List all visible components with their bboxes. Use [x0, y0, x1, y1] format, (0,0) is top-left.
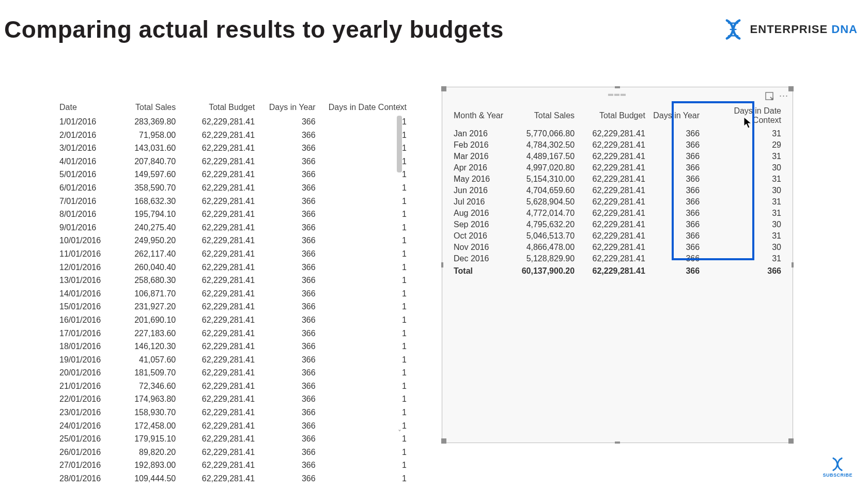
table-row[interactable]: 27/01/2016192,893.0062,229,281.413661 [58, 459, 410, 472]
total-label: Total [453, 264, 513, 277]
table-row[interactable]: 13/01/2016258,680.3062,229,281.413661 [58, 274, 410, 287]
table-row[interactable]: 11/01/2016262,117.4062,229,281.413661 [58, 247, 410, 261]
table-row[interactable]: Sep 20164,795,632.2062,229,281.4136630 [453, 219, 784, 230]
table-row[interactable]: Nov 20164,866,478.0062,229,281.4136630 [453, 242, 784, 253]
table-row[interactable]: 18/01/2016146,120.3062,229,281.413661 [58, 340, 410, 353]
resize-handle-ne[interactable] [788, 86, 794, 91]
scrollbar-thumb[interactable] [397, 116, 402, 172]
scroll-up-icon[interactable]: ˄ [398, 103, 401, 112]
col-total-sales[interactable]: Total Sales [513, 105, 578, 128]
table-row[interactable]: Oct 20165,046,513.7062,229,281.4136631 [453, 230, 784, 242]
more-options-icon[interactable]: ··· [779, 90, 788, 101]
table-row[interactable]: Feb 20164,784,302.5062,229,281.4136629 [453, 139, 784, 151]
table-row[interactable]: 29/01/2016174,863.3062,229,281.413661 [58, 485, 410, 488]
daily-table-grid[interactable]: Date Total Sales Total Budget Days in Ye… [58, 101, 410, 488]
table-row[interactable]: 28/01/2016109,444.5062,229,281.413661 [58, 472, 410, 485]
resize-handle-n[interactable] [615, 86, 620, 88]
resize-handle-nw[interactable] [441, 86, 446, 91]
table-row[interactable]: 14/01/2016106,871.7062,229,281.413661 [58, 287, 410, 301]
resize-handle-sw[interactable] [441, 438, 446, 444]
table-row[interactable]: 16/01/2016201,690.1062,229,281.413661 [58, 313, 410, 327]
table-row[interactable]: 6/01/2016358,590.7062,229,281.413661 [58, 181, 410, 195]
table-row[interactable]: 15/01/2016231,927.2062,229,281.413661 [58, 300, 410, 313]
table-row[interactable]: 26/01/201689,820.2062,229,281.413661 [58, 446, 410, 459]
cell-total-sales: 5,628,904.50 [513, 196, 578, 208]
table-row[interactable]: Aug 20164,772,014.7062,229,281.4136631 [453, 208, 784, 219]
cell-total-budget: 62,229,281.41 [179, 446, 258, 459]
table-row[interactable]: Jul 20165,628,904.5062,229,281.4136631 [453, 196, 784, 208]
col-total-sales[interactable]: Total Sales [112, 101, 179, 115]
scrollbar-track[interactable] [397, 116, 402, 426]
table-row[interactable]: Mar 20164,489,167.5062,229,281.4136631 [453, 151, 784, 162]
table-row[interactable]: 4/01/2016207,840.7062,229,281.413661 [58, 155, 410, 168]
cell-days-in-year: 366 [258, 485, 319, 488]
col-total-budget[interactable]: Total Budget [179, 101, 258, 115]
table-row[interactable]: 19/01/201641,057.6062,229,281.413661 [58, 353, 410, 367]
table-row[interactable]: 1/01/2016283,369.8062,229,281.413661 [58, 115, 410, 129]
table-row[interactable]: 3/01/2016143,031.6062,229,281.413661 [58, 141, 410, 155]
table-row[interactable]: 10/01/2016249,950.2062,229,281.413661 [58, 234, 410, 247]
cell-month-year: Jul 2016 [453, 196, 513, 208]
table-row[interactable]: 21/01/201672,346.6062,229,281.413661 [58, 380, 410, 393]
col-days-in-year[interactable]: Days in Year [648, 105, 703, 128]
table-row[interactable]: 12/01/2016260,040.4062,229,281.413661 [58, 261, 410, 274]
table-row[interactable]: 23/01/2016158,930.7062,229,281.413661 [58, 406, 410, 419]
resize-handle-s[interactable] [615, 442, 620, 444]
table-row[interactable]: May 20165,154,310.0062,229,281.4136631 [453, 174, 784, 185]
col-date[interactable]: Date [58, 101, 112, 115]
brand-logo: ENTERPRISE DNA [722, 19, 858, 40]
monthly-visual-container[interactable]: ═══ ··· Month & Year Total Sales Total B… [442, 87, 793, 443]
cell-total-budget: 62,229,281.41 [578, 242, 648, 253]
table-row[interactable]: 24/01/2016172,458.0062,229,281.413661 [58, 419, 410, 433]
cell-date: 16/01/2016 [58, 313, 112, 327]
table-row[interactable]: Jan 20165,770,066.8062,229,281.4136631 [453, 128, 784, 139]
table-row[interactable]: Dec 20165,128,829.9062,229,281.4136631 [453, 253, 784, 264]
cell-total-budget: 62,229,281.41 [179, 181, 258, 195]
cell-days-in-year: 366 [258, 459, 319, 472]
table-header-row[interactable]: Date Total Sales Total Budget Days in Ye… [58, 101, 410, 115]
table-row[interactable]: 9/01/2016240,275.4062,229,281.413661 [58, 221, 410, 234]
scroll-down-icon[interactable]: ˅ [398, 429, 401, 437]
cell-total-sales: 4,866,478.00 [513, 242, 578, 253]
cell-days-in-year: 366 [648, 174, 703, 185]
dna-icon [722, 19, 744, 40]
table-row[interactable]: 25/01/2016179,915.1062,229,281.413661 [58, 432, 410, 446]
table-row[interactable]: 17/01/2016227,183.6062,229,281.413661 [58, 327, 410, 340]
cell-month-year: Aug 2016 [453, 208, 513, 219]
resize-handle-e[interactable] [792, 262, 794, 267]
table-row[interactable]: 2/01/201671,958.0062,229,281.413661 [58, 129, 410, 142]
resize-handle-se[interactable] [788, 438, 794, 444]
table-row[interactable]: Jun 20164,704,659.6062,229,281.4136630 [453, 185, 784, 196]
cell-date: 25/01/2016 [58, 432, 112, 446]
cell-days-in-date-context: 1 [319, 446, 410, 459]
resize-handle-w[interactable] [441, 262, 443, 267]
brand-text: ENTERPRISE DNA [750, 23, 858, 36]
col-days-in-date-context[interactable]: Days in Date Context [319, 101, 410, 115]
drag-handle-icon[interactable]: ═══ [608, 90, 627, 99]
cell-days-in-date-context: 1 [319, 340, 410, 353]
cell-days-in-year: 366 [258, 155, 319, 168]
table-row[interactable]: 8/01/2016195,794.1062,229,281.413661 [58, 208, 410, 221]
col-month-year[interactable]: Month & Year [453, 105, 513, 128]
subscribe-label: SUBSCRIBE [823, 473, 853, 478]
cell-days-in-year: 366 [258, 234, 319, 247]
cell-days-in-date-context: 1 [319, 168, 410, 181]
table-row[interactable]: 20/01/2016181,509.7062,229,281.413661 [58, 366, 410, 380]
table-row[interactable]: 5/01/2016149,597.6062,229,281.413661 [58, 168, 410, 181]
cell-date: 21/01/2016 [58, 380, 112, 393]
cell-days-in-year: 366 [258, 313, 319, 327]
cell-total-budget: 62,229,281.41 [179, 129, 258, 142]
cell-days-in-date-context: 1 [319, 432, 410, 446]
table-row[interactable]: 7/01/2016168,632.3062,229,281.413661 [58, 195, 410, 208]
table-header-row[interactable]: Month & Year Total Sales Total Budget Da… [453, 105, 784, 128]
table-row[interactable]: Apr 20164,997,020.8062,229,281.4136630 [453, 162, 784, 174]
cell-date: 22/01/2016 [58, 392, 112, 406]
monthly-table-grid[interactable]: Month & Year Total Sales Total Budget Da… [453, 105, 784, 277]
cell-total-sales: 5,770,066.80 [513, 128, 578, 139]
table-total-row: Total 60,137,900.20 62,229,281.41 366 36… [453, 264, 784, 277]
col-days-in-year[interactable]: Days in Year [258, 101, 319, 115]
focus-mode-icon[interactable] [765, 91, 774, 101]
col-total-budget[interactable]: Total Budget [578, 105, 648, 128]
table-row[interactable]: 22/01/2016174,963.8062,229,281.413661 [58, 392, 410, 406]
subscribe-badge[interactable]: SUBSCRIBE [823, 457, 853, 478]
